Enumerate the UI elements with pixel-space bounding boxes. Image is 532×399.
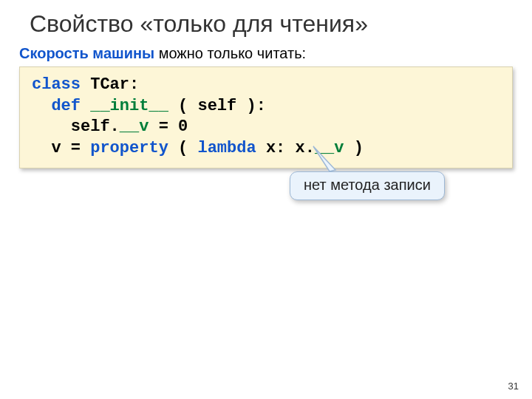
code-kw: lambda: [197, 139, 265, 157]
code-kw: class: [32, 75, 90, 94]
code-text: =: [159, 117, 178, 136]
svg-marker-0: [313, 146, 335, 171]
code-block: class TCar: def __init__ ( self ): self.…: [19, 66, 513, 168]
slide-title: Свойство «только для чтения»: [0, 0, 532, 44]
subtitle-accent: Скорость машины: [19, 45, 154, 61]
code-text: :: [129, 75, 139, 94]
code-text: ( self ):: [178, 97, 266, 115]
code-kw: property: [90, 139, 178, 157]
code-name: TCar: [90, 75, 129, 94]
code-number: 0: [178, 117, 188, 136]
callout-group: нет метода записи: [290, 171, 445, 200]
code-text: self.: [32, 117, 120, 136]
subtitle-rest: можно только читать:: [154, 45, 306, 61]
page-number: 31: [508, 381, 519, 392]
callout-box: нет метода записи: [290, 171, 445, 200]
code-kw: def: [32, 97, 90, 115]
code-text: ): [354, 139, 364, 157]
subtitle: Скорость машины можно только читать:: [0, 44, 532, 62]
code-name: __init__: [90, 97, 178, 115]
code-text: x: x.: [266, 139, 315, 157]
code-text: (: [178, 139, 197, 157]
code-text: v =: [32, 139, 90, 157]
code-name: __v: [120, 117, 159, 136]
